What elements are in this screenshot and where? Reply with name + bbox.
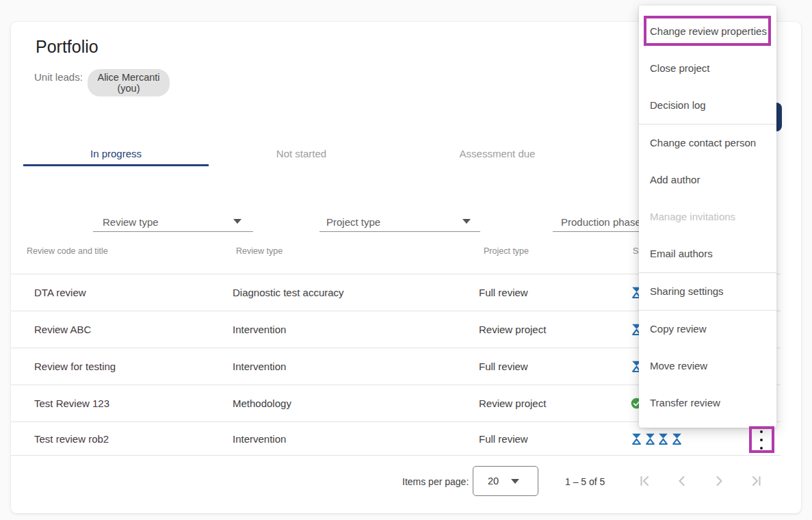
project-type-cell: Full review <box>479 422 629 455</box>
menu-item-decision-log[interactable]: Decision log <box>639 87 776 124</box>
column-header-review-type: Review type <box>236 246 283 256</box>
annotation-highlight-kebab <box>749 426 774 453</box>
menu-item-sharing-settings[interactable]: Sharing settings <box>639 273 776 310</box>
tab-in-progress[interactable]: In progress <box>23 140 209 166</box>
menu-item-close-project[interactable]: Close project <box>639 50 776 87</box>
review-type-cell: Methodology <box>233 385 465 421</box>
unit-lead-chip[interactable]: Alice Mercanti (you) <box>88 69 170 96</box>
review-title[interactable]: Review ABC <box>34 311 226 348</box>
menu-item-manage-invitations: Manage invitations <box>639 198 776 235</box>
items-per-page-value: 20 <box>488 476 499 486</box>
last-page-icon[interactable] <box>748 473 764 489</box>
menu-item-copy-review[interactable]: Copy review <box>639 311 776 348</box>
hourglass-icon <box>644 432 656 445</box>
project-type-cell: Review project <box>479 311 629 348</box>
page-title: Portfolio <box>36 37 99 57</box>
menu-item-email-authors[interactable]: Email authors <box>639 235 776 272</box>
annotation-highlight-change-review-properties <box>644 16 771 46</box>
next-page-icon[interactable] <box>711 473 727 489</box>
column-header-review-code: Review code and title <box>27 246 108 256</box>
filter-review-type[interactable]: Review type <box>103 216 159 228</box>
review-type-cell: Intervention <box>233 311 465 348</box>
filter-underline <box>93 231 253 232</box>
menu-item-add-author[interactable]: Add author <box>639 161 776 198</box>
first-page-icon[interactable] <box>637 473 653 489</box>
previous-page-icon[interactable] <box>674 473 690 489</box>
project-type-cell: Full review <box>479 348 629 385</box>
project-type-cell: Full review <box>479 274 629 311</box>
unit-leads-label: Unit leads: <box>34 71 83 83</box>
tab-assessment-due[interactable]: Assessment due <box>394 140 601 166</box>
chevron-down-icon[interactable] <box>462 219 471 224</box>
filter-underline <box>319 231 480 232</box>
review-type-cell: Diagnostic test accuracy <box>233 274 465 311</box>
portfolio-screen: Portfolio Unit leads: Alice Mercanti (yo… <box>0 0 812 520</box>
filter-underline <box>553 231 643 232</box>
chevron-down-icon[interactable] <box>233 219 241 224</box>
filter-production-phase[interactable]: Production phase <box>561 216 641 228</box>
review-title[interactable]: Test Review 123 <box>34 385 226 421</box>
filter-project-type[interactable]: Project type <box>326 216 380 228</box>
review-title[interactable]: Test review rob2 <box>34 422 226 455</box>
pagination-range: 1 – 5 of 5 <box>565 476 605 487</box>
menu-item-change-contact-person[interactable]: Change contact person <box>639 125 776 161</box>
column-header-project-type: Project type <box>484 246 529 256</box>
menu-item-transfer-review[interactable]: Transfer review <box>639 385 776 421</box>
hourglass-icon <box>657 432 669 445</box>
review-type-cell: Intervention <box>233 348 465 385</box>
project-type-cell: Review project <box>479 385 629 421</box>
hourglass-icon <box>671 432 683 445</box>
tab-not-started[interactable]: Not started <box>209 140 394 166</box>
row-actions-context-menu: Change review properties Close project D… <box>639 5 776 428</box>
review-title[interactable]: DTA review <box>34 274 226 311</box>
items-per-page-label: Items per page: <box>402 476 469 487</box>
chevron-down-icon <box>511 479 519 484</box>
hourglass-icon <box>631 432 642 445</box>
review-type-cell: Intervention <box>233 422 465 455</box>
menu-item-move-review[interactable]: Move review <box>639 348 776 385</box>
active-tab-underline <box>23 164 209 166</box>
items-per-page-select[interactable]: 20 <box>473 466 538 496</box>
review-title[interactable]: Review for testing <box>34 348 226 385</box>
